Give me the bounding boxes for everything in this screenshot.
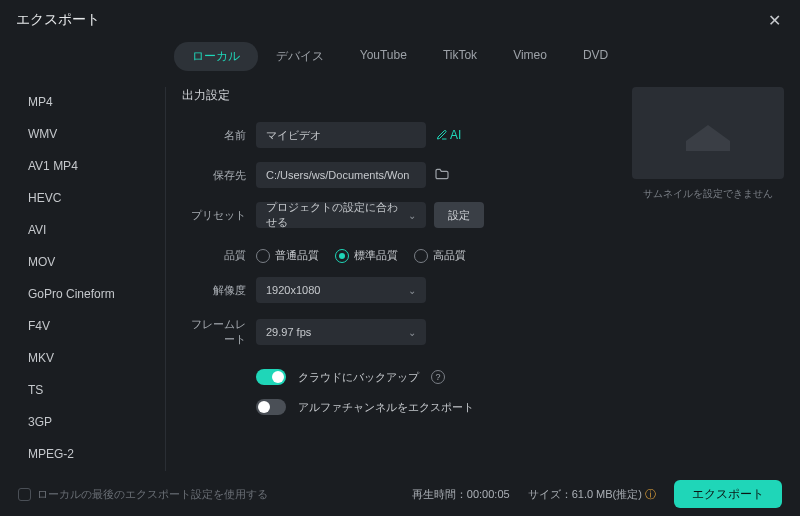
format-mpeg-2[interactable]: MPEG-2 xyxy=(18,439,161,469)
framerate-label: フレームレート xyxy=(182,317,256,347)
chevron-down-icon: ⌄ xyxy=(408,210,416,221)
settings-button[interactable]: 設定 xyxy=(434,202,484,228)
tab-tiktok[interactable]: TikTok xyxy=(425,42,495,71)
close-icon[interactable]: ✕ xyxy=(764,10,784,30)
reuse-settings-label: ローカルの最後のエクスポート設定を使用する xyxy=(37,487,268,502)
saveto-label: 保存先 xyxy=(182,168,256,183)
cloud-backup-label: クラウドにバックアップ xyxy=(298,370,419,385)
framerate-select[interactable]: 29.97 fps ⌄ xyxy=(256,319,426,345)
format-mov[interactable]: MOV xyxy=(18,247,161,277)
thumbnail-preview[interactable] xyxy=(632,87,784,179)
alpha-channel-label: アルファチャンネルをエクスポート xyxy=(298,400,474,415)
name-label: 名前 xyxy=(182,128,256,143)
tab-dvd[interactable]: DVD xyxy=(565,42,626,71)
format-gopro-cineform[interactable]: GoPro Cineform xyxy=(18,279,161,309)
format-3gp[interactable]: 3GP xyxy=(18,407,161,437)
export-button[interactable]: エクスポート xyxy=(674,480,782,508)
quality-radio-2[interactable]: 高品質 xyxy=(414,248,466,263)
alpha-channel-toggle[interactable] xyxy=(256,399,286,415)
saveto-field[interactable]: C:/Users/ws/Documents/Won xyxy=(256,162,426,188)
name-input[interactable] xyxy=(256,122,426,148)
chevron-down-icon: ⌄ xyxy=(408,285,416,296)
format-av1-mp4[interactable]: AV1 MP4 xyxy=(18,151,161,181)
format-sidebar: MP4WMVAV1 MP4HEVCAVIMOVGoPro CineformF4V… xyxy=(18,87,166,471)
format-ts[interactable]: TS xyxy=(18,375,161,405)
format-f4v[interactable]: F4V xyxy=(18,311,161,341)
help-icon[interactable]: ? xyxy=(431,370,445,384)
size-info: サイズ：61.0 MB(推定) ⓘ xyxy=(528,487,656,502)
tab-vimeo[interactable]: Vimeo xyxy=(495,42,565,71)
dialog-title: エクスポート xyxy=(16,11,100,29)
tab-youtube[interactable]: YouTube xyxy=(342,42,425,71)
thumbnail-caption: サムネイルを設定できません xyxy=(632,187,784,201)
format-avi[interactable]: AVI xyxy=(18,215,161,245)
folder-icon[interactable] xyxy=(434,166,450,185)
format-wmv[interactable]: WMV xyxy=(18,119,161,149)
reuse-settings-checkbox[interactable] xyxy=(18,488,31,501)
tab-デバイス[interactable]: デバイス xyxy=(258,42,342,71)
preset-select[interactable]: プロジェクトの設定に合わせる ⌄ xyxy=(256,202,426,228)
svg-rect-0 xyxy=(692,137,702,143)
format-hevc[interactable]: HEVC xyxy=(18,183,161,213)
format-mkv[interactable]: MKV xyxy=(18,343,161,373)
resolution-select[interactable]: 1920x1080 ⌄ xyxy=(256,277,426,303)
quality-radio-1[interactable]: 標準品質 xyxy=(335,248,398,263)
quality-label: 品質 xyxy=(182,248,256,263)
warning-icon[interactable]: ⓘ xyxy=(645,488,656,500)
format-mp4[interactable]: MP4 xyxy=(18,87,161,117)
tab-ローカル[interactable]: ローカル xyxy=(174,42,258,71)
cloud-backup-toggle[interactable] xyxy=(256,369,286,385)
resolution-label: 解像度 xyxy=(182,283,256,298)
quality-radio-0[interactable]: 普通品質 xyxy=(256,248,319,263)
ai-name-button[interactable]: AI xyxy=(436,128,461,142)
chevron-down-icon: ⌄ xyxy=(408,327,416,338)
duration-info: 再生時間：00:00:05 xyxy=(412,487,510,502)
preset-label: プリセット xyxy=(182,208,256,223)
